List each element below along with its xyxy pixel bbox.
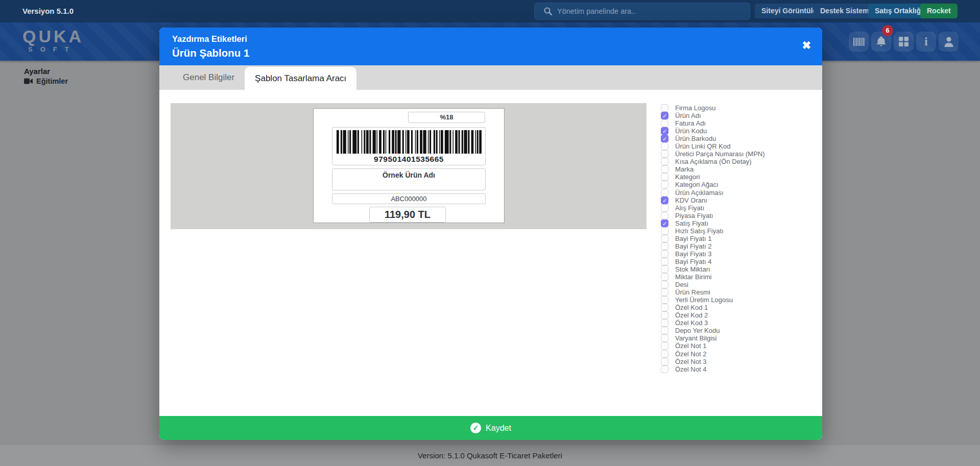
label-preview-card[interactable]: %18 979501401535665 Örnek Ürün Adı ABC00… [313,108,505,223]
checkbox-unchecked[interactable] [661,158,668,165]
apps-button[interactable] [894,32,914,52]
field-row[interactable]: Kategori [661,173,765,181]
checkbox-unchecked[interactable] [661,358,668,365]
checkbox-checked[interactable]: ✓ [661,219,668,227]
field-row[interactable]: Bayi Fiyatı 1 [661,235,765,242]
field-row[interactable]: ✓Ürün Adı [661,112,765,119]
field-row[interactable]: Stok Miktarı [661,265,765,273]
checkbox-unchecked[interactable] [661,181,668,188]
field-row[interactable]: Özel Not 4 [661,365,765,373]
checkbox-checked[interactable]: ✓ [661,197,668,204]
checkbox-unchecked[interactable] [661,212,668,219]
product-code-box[interactable]: ABC000000 [332,193,486,204]
grid-icon [899,37,909,46]
field-row[interactable]: Piyasa Fiyatı [661,212,765,219]
checkbox-unchecked[interactable] [661,189,668,197]
field-row[interactable]: Kısa Açıklama (Ön Detay) [661,158,765,165]
field-row[interactable]: Özel Kod 3 [661,319,765,327]
checkbox-unchecked[interactable] [661,311,668,319]
checkbox-unchecked[interactable] [661,150,668,158]
checkbox-unchecked[interactable] [661,288,668,296]
field-label: Kategori Ağacı [675,181,719,188]
search-input[interactable] [557,7,744,15]
field-label: Stok Miktarı [675,265,710,273]
field-row[interactable]: Firma Logosu [661,104,765,112]
field-label: Alış Fiyatı [675,204,704,212]
field-row[interactable]: Yerli Üretim Logosu [661,296,765,304]
field-row[interactable]: Bayi Fiyatı 2 [661,242,765,250]
field-row[interactable]: Bayi Fiyatı 3 [661,250,765,258]
checkbox-unchecked[interactable] [661,173,668,181]
checkbox-unchecked[interactable] [661,350,668,358]
field-row[interactable]: ✓Ürün Barkodu [661,135,765,142]
rocket-button[interactable]: Rocket [920,4,958,18]
checkbox-checked[interactable]: ✓ [661,127,668,135]
checkbox-checked[interactable]: ✓ [661,135,668,142]
field-row[interactable]: Alış Fiyatı [661,204,765,212]
field-row[interactable]: Varyant Bilgisi [661,334,765,342]
top-utility-bar: Versiyon 5.1.0 Siteyi Görüntüle Destek S… [0,0,980,22]
admin-search[interactable] [534,3,750,20]
field-row[interactable]: Özel Not 2 [661,350,765,358]
checkbox-unchecked[interactable] [661,258,668,265]
field-row[interactable]: Desi [661,281,765,288]
field-row[interactable]: Ürün Resmi [661,288,765,296]
close-icon[interactable]: ✖ [802,40,811,51]
checkbox-unchecked[interactable] [661,327,668,334]
checkbox-unchecked[interactable] [661,334,668,342]
field-row[interactable]: Özel Not 3 [661,358,765,365]
field-row[interactable]: Ürün Açıklaması [661,189,765,197]
field-row[interactable]: ✓Ürün Kodu [661,127,765,135]
field-row[interactable]: Miktar Birimi [661,273,765,281]
checkbox-unchecked[interactable] [661,281,668,288]
barcode-box[interactable]: 979501401535665 [332,127,486,165]
checkbox-unchecked[interactable] [661,142,668,150]
checkbox-unchecked[interactable] [661,104,668,112]
field-row[interactable]: Fatura Adı [661,119,765,127]
info-button[interactable]: i [916,32,936,52]
field-row[interactable]: Üretici Parça Numarası (MPN) [661,150,765,158]
checkbox-unchecked[interactable] [661,265,668,273]
view-site-button[interactable]: Siteyi Görüntüle [755,4,823,18]
checkbox-unchecked[interactable] [661,227,668,235]
tab-sablon-tasarlama-araci[interactable]: Şablon Tasarlama Aracı [245,67,356,90]
checkbox-unchecked[interactable] [661,204,668,212]
print-labels-modal: Yazdırma Etiketleri Ürün Şablonu 1 ✖ Gen… [159,28,822,440]
checkbox-unchecked[interactable] [661,342,668,350]
field-row[interactable]: Depo Yer Kodu [661,327,765,334]
field-row[interactable]: Kategori Ağacı [661,181,765,188]
field-row[interactable]: ✓Satış Fiyatı [661,219,765,227]
barcode-tools-button[interactable] [849,32,869,52]
barcode-icon [853,38,865,46]
checkbox-unchecked[interactable] [661,235,668,242]
price-box[interactable]: 119,90 TL [369,207,446,223]
checkbox-unchecked[interactable] [661,242,668,250]
field-row[interactable]: Özel Kod 1 [661,304,765,311]
field-row[interactable]: Ürün Linki QR Kod [661,142,765,150]
profile-button[interactable] [939,32,959,52]
field-row[interactable]: Marka [661,165,765,173]
notifications-button[interactable]: 6 [871,32,891,52]
checkbox-unchecked[interactable] [661,365,668,373]
checkbox-unchecked[interactable] [661,165,668,173]
save-button[interactable]: ✓ Kaydet [159,416,822,440]
field-row[interactable]: Özel Not 1 [661,342,765,350]
checkbox-unchecked[interactable] [661,250,668,258]
field-label: Marka [675,165,694,173]
field-row[interactable]: Bayi Fiyatı 4 [661,258,765,265]
field-label: Ürün Adı [675,112,701,119]
field-row[interactable]: Özel Kod 2 [661,311,765,319]
product-name-box[interactable]: Örnek Ürün Adı [332,168,486,190]
checkbox-checked[interactable]: ✓ [661,112,668,119]
field-row[interactable]: ✓KDV Oranı [661,197,765,204]
tax-rate-box[interactable]: %18 [408,112,485,123]
tab-genel-bilgiler[interactable]: Genel Bilgiler [173,65,245,90]
checkbox-unchecked[interactable] [661,304,668,311]
checkbox-unchecked[interactable] [661,119,668,127]
brand-logo[interactable]: QUKA SOFT [22,27,84,53]
checkbox-unchecked[interactable] [661,273,668,281]
field-label: Özel Not 2 [675,350,706,358]
checkbox-unchecked[interactable] [661,319,668,327]
field-row[interactable]: Hızlı Satış Fiyatı [661,227,765,235]
checkbox-unchecked[interactable] [661,296,668,304]
